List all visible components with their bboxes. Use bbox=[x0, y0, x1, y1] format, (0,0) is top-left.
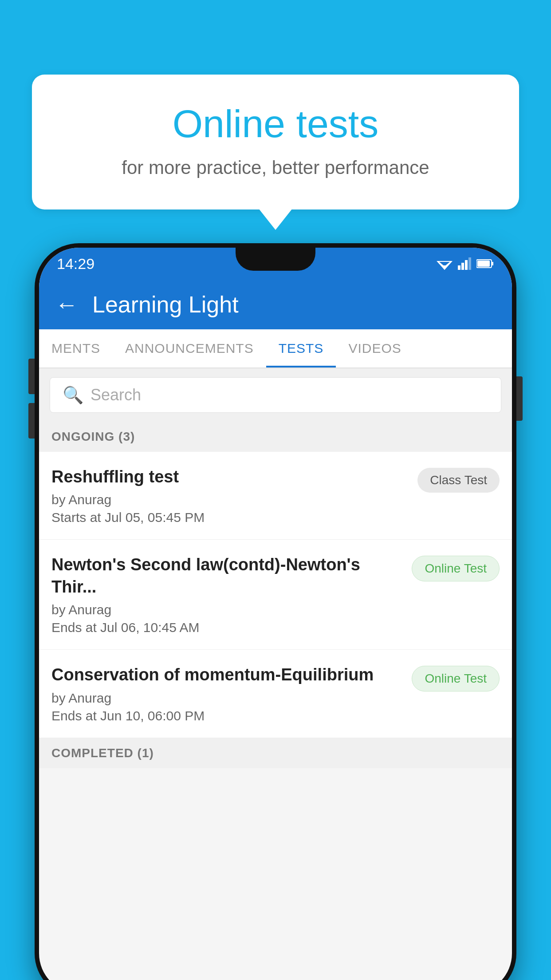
vol-up-button bbox=[28, 359, 35, 394]
test-author-1: by Anurag bbox=[51, 492, 409, 507]
test-badge-2: Online Test bbox=[412, 556, 500, 581]
tab-announcements[interactable]: ANNOUNCEMENTS bbox=[113, 329, 266, 368]
status-time: 14:29 bbox=[57, 255, 94, 273]
signal-icon bbox=[458, 257, 471, 270]
test-info-1: Reshuffling test by Anurag Starts at Jul… bbox=[51, 466, 409, 525]
svg-marker-2 bbox=[441, 265, 448, 270]
test-item-3[interactable]: Conservation of momentum-Equilibrium by … bbox=[39, 650, 512, 738]
test-info-3: Conservation of momentum-Equilibrium by … bbox=[51, 664, 403, 723]
test-time-2: Ends at Jul 06, 10:45 AM bbox=[51, 620, 403, 635]
test-item-1[interactable]: Reshuffling test by Anurag Starts at Jul… bbox=[39, 452, 512, 540]
test-badge-1: Class Test bbox=[417, 468, 500, 493]
test-name-3: Conservation of momentum-Equilibrium bbox=[51, 664, 403, 686]
test-list: Reshuffling test by Anurag Starts at Jul… bbox=[39, 452, 512, 738]
svg-rect-8 bbox=[492, 262, 493, 265]
status-bar: 14:29 bbox=[39, 248, 512, 280]
test-name-1: Reshuffling test bbox=[51, 466, 409, 488]
phone-frame: 14:29 bbox=[35, 243, 516, 980]
status-icons bbox=[437, 257, 494, 270]
test-info-2: Newton's Second law(contd)-Newton's Thir… bbox=[51, 554, 403, 635]
speech-bubble: Online tests for more practice, better p… bbox=[32, 75, 519, 209]
tab-tests[interactable]: TESTS bbox=[266, 329, 336, 368]
test-time-3: Ends at Jun 10, 06:00 PM bbox=[51, 708, 403, 723]
test-author-2: by Anurag bbox=[51, 602, 403, 617]
vol-down-button bbox=[28, 403, 35, 439]
svg-rect-4 bbox=[461, 263, 464, 270]
back-arrow-icon[interactable]: ← bbox=[55, 291, 78, 318]
test-badge-3: Online Test bbox=[412, 666, 500, 692]
ongoing-section-header: ONGOING (3) bbox=[39, 422, 512, 452]
bubble-title: Online tests bbox=[54, 101, 497, 146]
test-time-1: Starts at Jul 05, 05:45 PM bbox=[51, 510, 409, 525]
app-title: Learning Light bbox=[92, 291, 239, 318]
tab-ments[interactable]: MENTS bbox=[39, 329, 113, 368]
search-bar[interactable]: 🔍 Search bbox=[50, 377, 501, 413]
power-button bbox=[516, 376, 523, 421]
search-placeholder: Search bbox=[91, 386, 141, 404]
wifi-icon bbox=[437, 257, 453, 270]
svg-rect-9 bbox=[477, 261, 490, 267]
battery-icon bbox=[476, 259, 494, 269]
tab-videos[interactable]: VIDEOS bbox=[336, 329, 413, 368]
svg-rect-5 bbox=[465, 260, 468, 270]
search-container: 🔍 Search bbox=[39, 368, 512, 422]
notch bbox=[236, 248, 315, 271]
app-bar: ← Learning Light bbox=[39, 280, 512, 329]
tab-bar: MENTS ANNOUNCEMENTS TESTS VIDEOS bbox=[39, 329, 512, 368]
test-author-3: by Anurag bbox=[51, 691, 403, 706]
search-icon: 🔍 bbox=[63, 385, 83, 405]
phone-screen: 14:29 bbox=[39, 248, 512, 980]
test-name-2: Newton's Second law(contd)-Newton's Thir… bbox=[51, 554, 403, 598]
svg-rect-3 bbox=[458, 265, 460, 270]
completed-section-header: COMPLETED (1) bbox=[39, 738, 512, 768]
test-item-2[interactable]: Newton's Second law(contd)-Newton's Thir… bbox=[39, 540, 512, 650]
bubble-subtitle: for more practice, better performance bbox=[54, 157, 497, 178]
svg-rect-6 bbox=[468, 257, 471, 270]
